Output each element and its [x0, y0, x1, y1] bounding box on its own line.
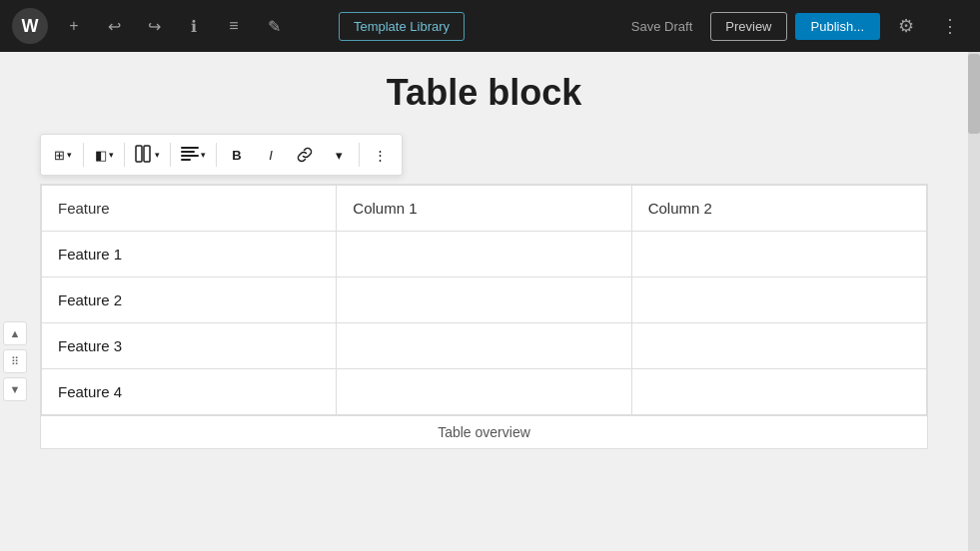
- top-bar-center: Template Library: [339, 12, 613, 41]
- top-bar: W + ↩ ↪ ℹ ≡ ✎ Template Library Save Draf…: [0, 0, 980, 52]
- svg-rect-4: [181, 155, 199, 157]
- left-handles: ▲ ⠿ ▼: [0, 52, 30, 551]
- move-down-button[interactable]: ▼: [3, 377, 27, 401]
- redo-button[interactable]: ↪: [136, 8, 172, 44]
- list-button[interactable]: ≡: [216, 8, 252, 44]
- more-options-button[interactable]: ⋮: [932, 8, 968, 44]
- table-row: Feature 4: [42, 369, 927, 415]
- template-library-button[interactable]: Template Library: [339, 12, 465, 41]
- table-cell-feature4[interactable]: Feature 4: [42, 369, 337, 415]
- main-content: ▲ ⠿ ▼ Table block ⊞ ▾ ◧ ▾: [0, 52, 980, 551]
- svg-rect-2: [181, 147, 199, 149]
- drag-handle-button[interactable]: ⠿: [3, 349, 27, 373]
- align-left-button[interactable]: ◧ ▾: [88, 139, 120, 171]
- svg-rect-5: [181, 159, 191, 161]
- edit-button[interactable]: ✎: [256, 8, 292, 44]
- divider-4: [216, 143, 217, 167]
- table-cell-r3c2[interactable]: [631, 323, 926, 369]
- scrollbar-thumb[interactable]: [968, 54, 980, 134]
- settings-button[interactable]: ⚙: [888, 8, 924, 44]
- publish-button[interactable]: Publish...: [795, 13, 880, 40]
- svg-rect-1: [144, 146, 150, 162]
- table: Feature Column 1 Column 2 Feature 1 Feat…: [41, 185, 927, 415]
- block-toolbar: ⊞ ▾ ◧ ▾ ▾: [40, 134, 403, 176]
- table-cell-r2c1[interactable]: [337, 277, 631, 323]
- insert-col-button[interactable]: ▾: [129, 139, 166, 171]
- link-button[interactable]: [289, 139, 321, 171]
- table-cell-r4c1[interactable]: [337, 369, 631, 415]
- table-body: Feature 1 Feature 2 Feature 3: [42, 232, 927, 415]
- table-head: Feature Column 1 Column 2: [42, 186, 927, 232]
- table-block: Feature Column 1 Column 2 Feature 1 Feat…: [40, 184, 928, 449]
- move-up-button[interactable]: ▲: [3, 321, 27, 345]
- scrollbar-track[interactable]: [968, 52, 980, 551]
- table-view-button[interactable]: ⊞ ▾: [47, 139, 79, 171]
- insert-col-caret: ▾: [155, 150, 160, 160]
- editor-area: Table block ⊞ ▾ ◧ ▾ ▾: [30, 52, 968, 551]
- align-text-caret: ▾: [201, 150, 206, 160]
- table-cell-r1c1[interactable]: [337, 232, 631, 277]
- more-options-dropdown-button[interactable]: ▾: [323, 139, 355, 171]
- table-cell-r4c2[interactable]: [631, 369, 926, 415]
- italic-button[interactable]: I: [255, 139, 287, 171]
- top-bar-right: Save Draft Preview Publish... ⚙ ⋮: [621, 8, 968, 44]
- table-cell-feature3[interactable]: Feature 3: [42, 323, 337, 369]
- undo-button[interactable]: ↩: [96, 8, 132, 44]
- table-view-caret: ▾: [67, 150, 72, 160]
- table-header-feature[interactable]: Feature: [42, 186, 337, 232]
- preview-button[interactable]: Preview: [710, 12, 786, 41]
- svg-rect-3: [181, 151, 195, 153]
- save-draft-button[interactable]: Save Draft: [621, 13, 702, 40]
- table-row: Feature 3: [42, 323, 927, 369]
- add-button[interactable]: +: [56, 8, 92, 44]
- align-text-icon: [181, 147, 199, 164]
- table-cell-r1c2[interactable]: [631, 232, 926, 277]
- table-caption[interactable]: Table overview: [41, 415, 927, 448]
- divider-3: [170, 143, 171, 167]
- align-left-caret: ▾: [109, 150, 114, 160]
- svg-rect-0: [136, 146, 142, 162]
- top-bar-icons: + ↩ ↪ ℹ ≡ ✎: [56, 8, 331, 44]
- align-text-button[interactable]: ▾: [175, 139, 212, 171]
- info-button[interactable]: ℹ: [176, 8, 212, 44]
- divider-1: [83, 143, 84, 167]
- table-view-icon: ⊞: [54, 148, 65, 163]
- table-cell-feature1[interactable]: Feature 1: [42, 232, 337, 277]
- divider-5: [359, 143, 360, 167]
- divider-2: [124, 143, 125, 167]
- table-row: Feature 2: [42, 277, 927, 323]
- wp-logo[interactable]: W: [12, 8, 48, 44]
- align-left-icon: ◧: [95, 148, 107, 163]
- table-header-col1[interactable]: Column 1: [337, 186, 631, 232]
- table-cell-r3c1[interactable]: [337, 323, 631, 369]
- table-cell-feature2[interactable]: Feature 2: [42, 277, 337, 323]
- page-title: Table block: [40, 72, 928, 114]
- table-header-col2[interactable]: Column 2: [631, 186, 926, 232]
- table-header-row: Feature Column 1 Column 2: [42, 186, 927, 232]
- table-cell-r2c2[interactable]: [631, 277, 926, 323]
- bold-button[interactable]: B: [221, 139, 253, 171]
- insert-col-icon: [135, 145, 153, 166]
- block-options-button[interactable]: ⋮: [364, 139, 396, 171]
- table-row: Feature 1: [42, 232, 927, 277]
